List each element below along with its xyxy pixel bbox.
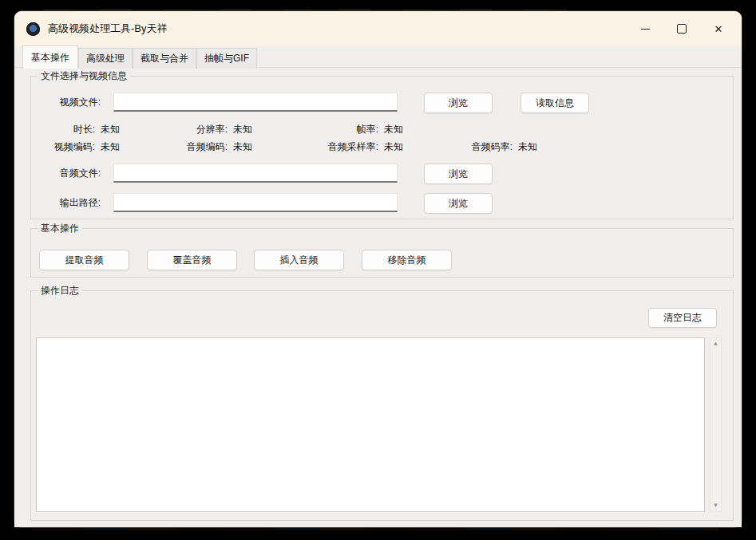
output-path-browse-button[interactable]: 浏览 — [424, 193, 493, 214]
titlebar[interactable]: 高级视频处理工具-By天祥 ✕ — [14, 11, 742, 46]
audio-codec-field: 音频编码: 未知 — [148, 140, 279, 154]
video-file-browse-button[interactable]: 浏览 — [424, 93, 493, 113]
log-textarea[interactable] — [36, 337, 705, 512]
tab-frames-and-gif[interactable]: 抽帧与GIF — [196, 48, 257, 69]
resolution-value: 未知 — [233, 123, 252, 136]
tab-bar: 基本操作 高级处理 截取与合并 抽帧与GIF — [14, 46, 742, 68]
tab-basic-operations[interactable]: 基本操作 — [22, 45, 78, 69]
audio-bitrate-value: 未知 — [518, 140, 537, 154]
audio-bitrate-label: 音频码率: — [429, 140, 513, 154]
window-controls: ✕ — [627, 11, 742, 46]
scroll-up-icon[interactable]: ▲ — [713, 338, 719, 349]
video-codec-value: 未知 — [101, 140, 120, 154]
file-info-groupbox-title: 文件选择与视频信息 — [38, 69, 130, 83]
audio-file-row: 音频文件: 浏览 — [31, 164, 733, 183]
basic-operations-groupbox-title: 基本操作 — [38, 222, 82, 235]
clear-log-button[interactable]: 清空日志 — [648, 308, 717, 328]
audio-codec-label: 音频编码: — [148, 140, 228, 154]
video-codec-field: 视频编码: 未知 — [39, 140, 148, 154]
minimize-icon — [641, 29, 650, 30]
insert-audio-button[interactable]: 插入音频 — [254, 250, 344, 270]
video-file-label: 视频文件: — [31, 93, 101, 112]
log-groupbox-title: 操作日志 — [38, 284, 82, 298]
audio-file-label: 音频文件: — [31, 164, 101, 183]
extract-audio-button[interactable]: 提取音频 — [39, 250, 129, 270]
audio-file-browse-button[interactable]: 浏览 — [424, 164, 493, 184]
audio-samplerate-label: 音频采样率: — [279, 140, 378, 154]
framerate-field: 帧率: 未知 — [279, 123, 429, 136]
audio-samplerate-value: 未知 — [384, 140, 403, 154]
remove-audio-button[interactable]: 移除音频 — [362, 250, 452, 270]
tab-advanced-processing[interactable]: 高级处理 — [78, 48, 133, 69]
tab-content-pane: 文件选择与视频信息 视频文件: 浏览 读取信息 时长: 未知 分辨率: 未知 — [14, 67, 742, 527]
output-path-input[interactable] — [113, 193, 398, 212]
resolution-label: 分辨率: — [148, 123, 228, 136]
basic-operations-groupbox: 基本操作 提取音频 覆盖音频 插入音频 移除音频 — [30, 228, 734, 278]
audio-file-input[interactable] — [113, 164, 398, 183]
resolution-field: 分辨率: 未知 — [148, 123, 279, 136]
scroll-down-icon[interactable]: ▼ — [713, 500, 719, 511]
log-groupbox: 操作日志 清空日志 ▲ ▼ — [30, 290, 734, 521]
duration-field: 时长: 未知 — [39, 123, 148, 136]
output-path-row: 输出路径: 浏览 — [31, 193, 733, 213]
log-scrollbar[interactable]: ▲ ▼ — [710, 337, 722, 512]
video-file-row: 视频文件: 浏览 读取信息 — [31, 93, 733, 112]
window-title: 高级视频处理工具-By天祥 — [48, 22, 168, 36]
file-info-groupbox: 文件选择与视频信息 视频文件: 浏览 读取信息 时长: 未知 分辨率: 未知 — [30, 76, 734, 219]
minimize-button[interactable] — [627, 11, 663, 46]
maximize-icon — [677, 24, 687, 34]
audio-bitrate-field: 音频码率: 未知 — [429, 140, 574, 154]
duration-label: 时长: — [39, 123, 95, 136]
maximize-button[interactable] — [663, 11, 700, 46]
video-file-input[interactable] — [113, 93, 398, 112]
read-info-button[interactable]: 读取信息 — [520, 93, 589, 113]
close-button[interactable]: ✕ — [700, 11, 737, 46]
app-window: 高级视频处理工具-By天祥 ✕ 基本操作 高级处理 截取与合并 抽帧与GIF 文… — [14, 11, 742, 527]
output-path-label: 输出路径: — [31, 193, 101, 213]
overwrite-audio-button[interactable]: 覆盖音频 — [147, 250, 237, 270]
framerate-label: 帧率: — [279, 123, 378, 136]
video-info-row-2: 视频编码: 未知 音频编码: 未知 音频采样率: 未知 音频码率: 未知 — [39, 140, 574, 154]
app-icon — [26, 22, 40, 36]
tab-cut-and-merge[interactable]: 截取与合并 — [133, 48, 196, 69]
video-info-row-1: 时长: 未知 分辨率: 未知 帧率: 未知 — [39, 123, 429, 136]
framerate-value: 未知 — [384, 123, 403, 136]
audio-codec-value: 未知 — [233, 140, 252, 154]
audio-samplerate-field: 音频采样率: 未知 — [279, 140, 429, 154]
video-codec-label: 视频编码: — [39, 140, 95, 154]
duration-value: 未知 — [101, 123, 120, 136]
